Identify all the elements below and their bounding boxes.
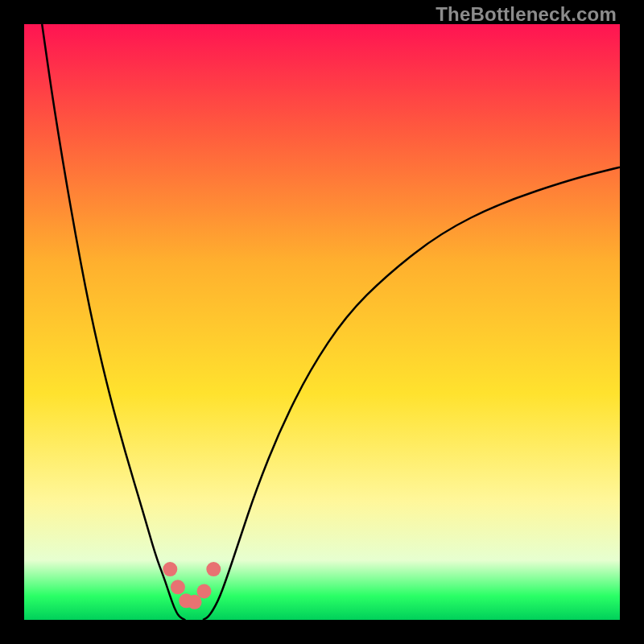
data-marker [171,580,185,594]
data-marker [206,562,221,576]
data-marker [197,584,212,599]
data-marker [163,562,177,576]
plot-area [24,24,620,620]
chart-curves [24,24,620,620]
chart-frame: TheBottleneck.com [0,0,644,644]
curve-left-branch [42,24,185,620]
curve-right-branch [203,167,620,620]
watermark-text: TheBottleneck.com [436,3,617,26]
